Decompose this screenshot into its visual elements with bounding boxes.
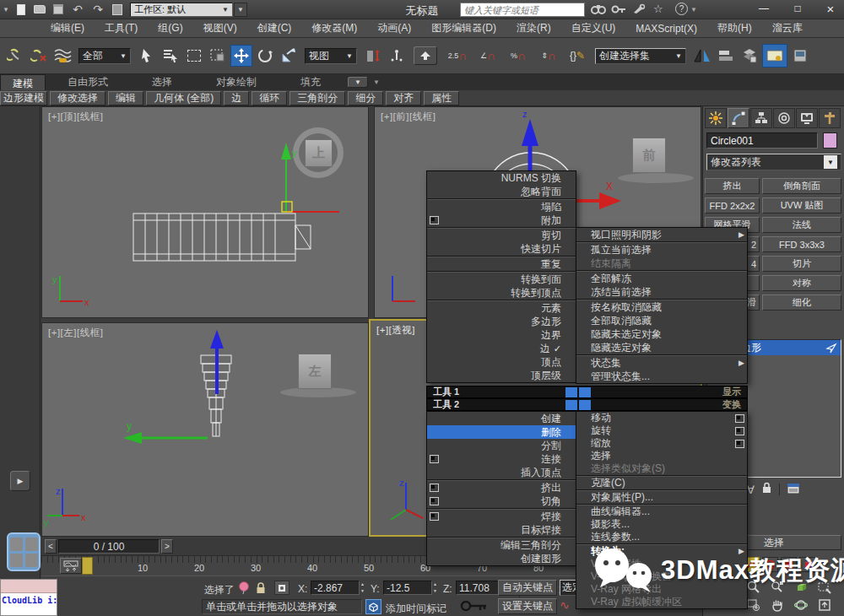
menu-item-unfreeze-all[interactable]: 全部解冻: [576, 272, 747, 285]
search-input[interactable]: [460, 3, 585, 17]
menu-item-create-shape[interactable]: 创建图形: [427, 552, 576, 565]
modifier-list-dropdown[interactable]: 修改器列表 ▼: [706, 154, 841, 170]
mod-normal-button[interactable]: 法线: [762, 217, 841, 233]
tab-create-icon[interactable]: [705, 108, 727, 128]
next-frame-button[interactable]: >: [161, 539, 173, 554]
isolate-selection-toggle[interactable]: [365, 599, 381, 614]
ribbon-tab-populate[interactable]: 填充: [279, 73, 343, 91]
bind-to-spacewarp-icon[interactable]: [51, 45, 73, 67]
help-icon[interactable]: ?: [675, 3, 688, 15]
menu-item-repeat[interactable]: 重复: [427, 257, 576, 271]
ribbon-options-icon[interactable]: ▼: [373, 78, 380, 86]
menu-item-wire-parameters[interactable]: 连线参数...: [576, 531, 747, 543]
menu-item-weld[interactable]: 焊接: [427, 510, 576, 523]
make-unique-icon[interactable]: [761, 482, 772, 497]
workspace-dropdown[interactable]: 工作区: 默认 ▼: [130, 3, 233, 17]
menu-item-manage-state-sets[interactable]: 管理状态集...: [576, 370, 747, 383]
undo-icon[interactable]: ↶: [68, 2, 87, 17]
open-file-icon[interactable]: [31, 2, 48, 17]
settings-box-icon[interactable]: [430, 455, 439, 463]
save-icon[interactable]: [50, 2, 67, 17]
ribbon-tab-object-paint[interactable]: 对象绘制: [194, 73, 279, 91]
ribbon-tab-freeform[interactable]: 自由形式: [46, 73, 130, 91]
absolute-mode-icon[interactable]: [274, 581, 289, 595]
mod-slice-button[interactable]: 切片: [762, 256, 841, 272]
key-filters-icon[interactable]: ∿: [560, 598, 570, 612]
pan-hand-icon[interactable]: [766, 597, 787, 613]
select-and-manipulate-icon[interactable]: [386, 45, 408, 67]
select-object-icon[interactable]: [136, 45, 158, 67]
percent-snap-icon[interactable]: %∩: [504, 45, 533, 67]
menu-item-delete[interactable]: 删除: [427, 425, 576, 439]
menu-tools[interactable]: 工具(T): [95, 21, 148, 35]
unlink-selection-icon[interactable]: [28, 45, 50, 67]
time-slider[interactable]: [82, 557, 93, 575]
menu-item-edit-triangulation[interactable]: 编辑三角剖分: [427, 538, 576, 552]
object-name-field[interactable]: [706, 132, 818, 149]
object-color-swatch[interactable]: [823, 132, 837, 149]
menu-item-ignore-backfacing[interactable]: 忽略背面: [427, 185, 576, 198]
menu-item-edge[interactable]: 边✓: [427, 342, 576, 355]
license-key-icon[interactable]: [611, 3, 626, 18]
menu-item-viewport-lighting[interactable]: 视口照明和阴影▶: [576, 228, 747, 241]
menu-item-end-isolate[interactable]: 结束隔离: [576, 257, 747, 270]
render-setup-icon[interactable]: [789, 45, 811, 67]
menu-edit[interactable]: 编辑(E): [41, 21, 95, 35]
tab-display-icon[interactable]: [796, 108, 818, 128]
menu-graph-editors[interactable]: 图形编辑器(D): [421, 21, 506, 35]
favorites-star-icon[interactable]: ☆: [653, 3, 663, 15]
menu-item-vertex[interactable]: 顶点: [427, 355, 576, 369]
ribbon-tab-selection[interactable]: 选择: [130, 73, 194, 91]
mod-uvw-map-button[interactable]: UVW 贴图: [762, 197, 841, 213]
ribbon-tris[interactable]: 三角剖分: [289, 91, 345, 105]
keyboard-shortcut-override-icon[interactable]: [414, 46, 437, 65]
help-chevron-icon[interactable]: ▼: [690, 6, 697, 14]
menu-item-unhide-by-name[interactable]: 按名称取消隐藏: [576, 300, 747, 314]
menu-customize[interactable]: 自定义(U): [561, 21, 626, 35]
menu-item-top-level[interactable]: 顶层级: [427, 369, 576, 382]
menu-item-state-sets[interactable]: 状态集▶: [576, 356, 747, 370]
layer-manager-icon[interactable]: [738, 45, 760, 67]
select-and-rotate-icon[interactable]: [254, 45, 276, 67]
mod-symmetry-button[interactable]: 对称: [762, 275, 841, 291]
menu-item-create[interactable]: 创建: [427, 412, 576, 425]
ribbon-geometry-all[interactable]: 几何体 (全部): [146, 91, 221, 105]
menu-item-rotate[interactable]: 旋转: [576, 424, 747, 437]
settings-box-icon[interactable]: [430, 497, 439, 505]
settings-box-icon[interactable]: [430, 216, 439, 224]
ribbon-subdivision[interactable]: 细分: [348, 91, 383, 105]
select-and-scale-icon[interactable]: [278, 45, 300, 67]
maximize-viewport-toggle-icon[interactable]: [814, 597, 835, 613]
snap-toggle-2.5-icon[interactable]: 2.5∩: [443, 45, 472, 67]
mod-ffd2-button[interactable]: FFD 2x2x2: [705, 197, 760, 213]
time-configuration-key-icon[interactable]: [460, 598, 489, 616]
menu-views[interactable]: 视图(V): [193, 21, 247, 35]
selection-filter-dropdown[interactable]: 全部 ▼: [78, 48, 131, 64]
named-selection-dropdown[interactable]: 创建选择集 ▼: [595, 48, 686, 64]
ribbon-tab-modeling[interactable]: 建模: [0, 74, 46, 90]
previous-frame-button[interactable]: <: [45, 539, 57, 554]
menu-rendering[interactable]: 渲染(R): [506, 21, 561, 35]
y-spinner[interactable]: ▲▼: [433, 581, 437, 594]
ribbon-minimize-icon[interactable]: ▼: [348, 77, 368, 88]
viewport-left[interactable]: [+][左][线框] 左 y z y: [41, 322, 369, 537]
viewport-top[interactable]: [+][顶][线框] 上 y: [41, 106, 369, 318]
settings-box-icon[interactable]: [735, 414, 744, 423]
settings-box-icon[interactable]: [735, 427, 744, 435]
frame-counter[interactable]: 0 / 100: [58, 539, 160, 554]
menu-item-quickslice[interactable]: 快速切片: [427, 242, 576, 256]
menu-help[interactable]: 帮助(H): [707, 21, 762, 35]
menu-item-polygon[interactable]: 多边形: [427, 315, 576, 328]
edit-named-selection-icon[interactable]: {}✎: [565, 45, 590, 67]
ribbon-modify-selection[interactable]: 修改选择: [50, 91, 106, 105]
select-by-name-icon[interactable]: [160, 45, 181, 67]
ribbon-toggle-icon[interactable]: [762, 44, 787, 68]
menu-group[interactable]: 组(G): [148, 21, 192, 35]
select-and-link-icon[interactable]: [4, 45, 26, 67]
maximize-button[interactable]: □: [785, 3, 810, 14]
use-pivot-center-icon[interactable]: [362, 45, 384, 67]
menu-item-convert-to-face[interactable]: 转换到面: [427, 273, 576, 286]
mod-bevel-profile-button[interactable]: 倒角剖面: [762, 178, 841, 194]
select-and-move-icon[interactable]: [230, 45, 252, 67]
set-key-button[interactable]: 设置关键点: [498, 598, 557, 614]
